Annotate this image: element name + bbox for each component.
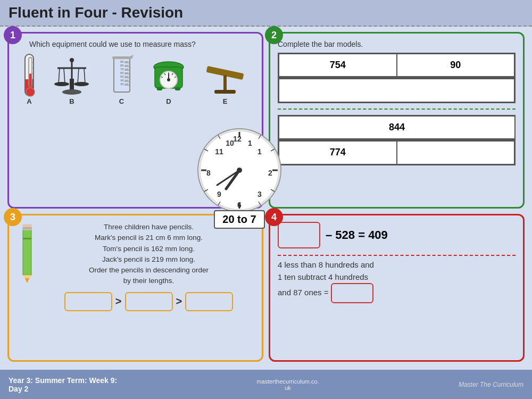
svg-rect-46 bbox=[175, 87, 180, 90]
q3-content: Three children have pencils. Mark's penc… bbox=[16, 222, 254, 311]
svg-point-82 bbox=[237, 168, 242, 173]
svg-text:8: 8 bbox=[206, 169, 211, 177]
quadrant-2: 2 Complete the bar models. 754 90 844 77… bbox=[269, 32, 525, 209]
svg-text:50 ml: 50 ml bbox=[120, 75, 129, 78]
svg-rect-1 bbox=[29, 73, 31, 87]
svg-point-13 bbox=[54, 82, 69, 86]
svg-text:1: 1 bbox=[257, 147, 262, 156]
bar-model-2-top: 844 bbox=[278, 115, 516, 140]
svg-text:11: 11 bbox=[215, 147, 223, 156]
svg-rect-48 bbox=[223, 75, 227, 91]
clock-face: 12 1 2 3 6 9 8 11 10 1 bbox=[197, 128, 282, 213]
clock-time-label: 20 to 7 bbox=[214, 210, 264, 229]
svg-text:60 ml: 60 ml bbox=[120, 71, 129, 74]
bar-cell-empty-2[interactable] bbox=[397, 141, 515, 164]
svg-text:9: 9 bbox=[217, 190, 221, 198]
badge-3: 3 bbox=[4, 208, 22, 226]
balance-icon bbox=[53, 57, 90, 97]
q1-item-kitchen-scale: D bbox=[153, 57, 185, 105]
q2-question: Complete the bar models. bbox=[278, 40, 516, 48]
bar-model-2-bottom: 774 bbox=[278, 140, 516, 165]
answer-box-q4-2[interactable] bbox=[331, 283, 373, 303]
dashed-divider-q4 bbox=[278, 255, 516, 256]
item-label-c: C bbox=[119, 97, 124, 105]
svg-text:10: 10 bbox=[226, 139, 234, 147]
svg-text:90 ml: 90 ml bbox=[120, 60, 129, 63]
answer-box-q3-3[interactable] bbox=[185, 292, 233, 311]
q1-question: Which equipment could we use to measure … bbox=[29, 40, 254, 48]
answer-box-q3-1[interactable] bbox=[64, 292, 112, 311]
answer-boxes-q3: > > bbox=[43, 292, 254, 311]
footer-website: masterthecurriculum.co.uk bbox=[256, 378, 319, 391]
footer-left: Year 3: Summer Term: Week 9: Day 2 bbox=[9, 376, 117, 393]
svg-rect-19 bbox=[112, 56, 131, 59]
footer-brand: Master The Curriculum bbox=[459, 381, 523, 388]
q1-item-balance: B bbox=[53, 57, 90, 105]
bar-cell-754: 754 bbox=[279, 54, 397, 77]
bar-cell-90: 90 bbox=[397, 54, 515, 77]
svg-text:2: 2 bbox=[268, 169, 272, 177]
title-bar: Fluent in Four - Revision bbox=[0, 0, 532, 27]
svg-text:80 ml: 80 ml bbox=[120, 64, 129, 67]
answer-box-q4-1[interactable] bbox=[278, 222, 320, 248]
item-label-a: A bbox=[27, 97, 31, 105]
bar-model-1-top: 754 90 bbox=[278, 53, 516, 78]
bar-cell-844: 844 bbox=[279, 116, 514, 139]
gt-1: > bbox=[115, 295, 122, 307]
bar-cell-empty-1[interactable] bbox=[279, 79, 514, 102]
svg-text:3: 3 bbox=[257, 190, 262, 198]
svg-point-2 bbox=[26, 88, 35, 96]
q1-item-wooden-balance: E bbox=[204, 60, 246, 105]
kitchen-scale-icon bbox=[153, 57, 185, 97]
footer: Year 3: Summer Term: Week 9: Day 2 maste… bbox=[0, 370, 532, 399]
page-title: Fluent in Four - Revision bbox=[9, 4, 183, 21]
svg-line-11 bbox=[78, 68, 79, 84]
svg-rect-50 bbox=[23, 227, 31, 275]
svg-point-17 bbox=[70, 58, 74, 62]
q1-item-thermometer: A bbox=[24, 54, 34, 105]
svg-line-9 bbox=[59, 68, 60, 84]
svg-rect-52 bbox=[23, 227, 31, 229]
item-label-e: E bbox=[223, 97, 228, 105]
svg-rect-45 bbox=[157, 87, 162, 90]
q4-equation: – 528 = 409 bbox=[278, 222, 516, 248]
beaker-icon: 90 ml 80 ml 70 ml 60 ml 50 ml 40 ml 30 m… bbox=[110, 55, 134, 97]
svg-point-44 bbox=[167, 78, 170, 81]
bar-model-1: 754 90 bbox=[278, 53, 516, 103]
svg-rect-55 bbox=[23, 238, 31, 239]
dashed-divider-q2 bbox=[278, 109, 516, 110]
svg-rect-49 bbox=[214, 90, 236, 94]
bar-model-2: 844 774 bbox=[278, 115, 516, 165]
badge-1: 1 bbox=[4, 26, 22, 44]
q1-items: A bbox=[16, 52, 254, 107]
svg-point-14 bbox=[74, 82, 89, 86]
svg-line-10 bbox=[64, 68, 65, 84]
svg-point-16 bbox=[62, 89, 81, 95]
item-label-b: B bbox=[69, 97, 74, 105]
answer-box-q3-2[interactable] bbox=[125, 292, 173, 311]
q3-text: Three children have pencils. Mark's penc… bbox=[43, 222, 254, 287]
q4-bottom-text: 4 less than 8 hundreds and 1 ten subtrac… bbox=[278, 259, 516, 303]
gt-2: > bbox=[176, 295, 182, 307]
wooden-balance-icon bbox=[204, 60, 246, 97]
q1-item-beaker: 90 ml 80 ml 70 ml 60 ml 50 ml 40 ml 30 m… bbox=[110, 55, 134, 105]
thermometer-icon bbox=[24, 54, 34, 96]
quadrant-3: 3 Three children have pencils. Mark's pe… bbox=[7, 214, 263, 362]
svg-text:12: 12 bbox=[233, 135, 242, 143]
footer-day: Day 2 bbox=[9, 385, 117, 393]
svg-line-12 bbox=[84, 68, 85, 84]
bar-model-1-bottom bbox=[278, 78, 516, 103]
pencil-icon bbox=[16, 222, 38, 286]
svg-text:70 ml: 70 ml bbox=[120, 68, 129, 71]
item-label-d: D bbox=[166, 97, 171, 105]
svg-text:30 ml: 30 ml bbox=[120, 82, 129, 86]
svg-text:40 ml: 40 ml bbox=[120, 79, 129, 82]
quadrant-4: 4 – 528 = 409 4 less than 8 hundreds and… bbox=[269, 214, 525, 362]
clock-wrapper: 12 1 2 3 6 9 8 11 10 1 20 to 7 bbox=[197, 128, 282, 229]
badge-2: 2 bbox=[265, 26, 283, 44]
bar-cell-774: 774 bbox=[279, 141, 397, 164]
footer-term: Year 3: Summer Term: Week 9: bbox=[9, 376, 117, 385]
svg-marker-54 bbox=[25, 278, 29, 283]
q4-equation-text: – 528 = 409 bbox=[326, 228, 388, 242]
svg-text:6: 6 bbox=[237, 201, 242, 209]
